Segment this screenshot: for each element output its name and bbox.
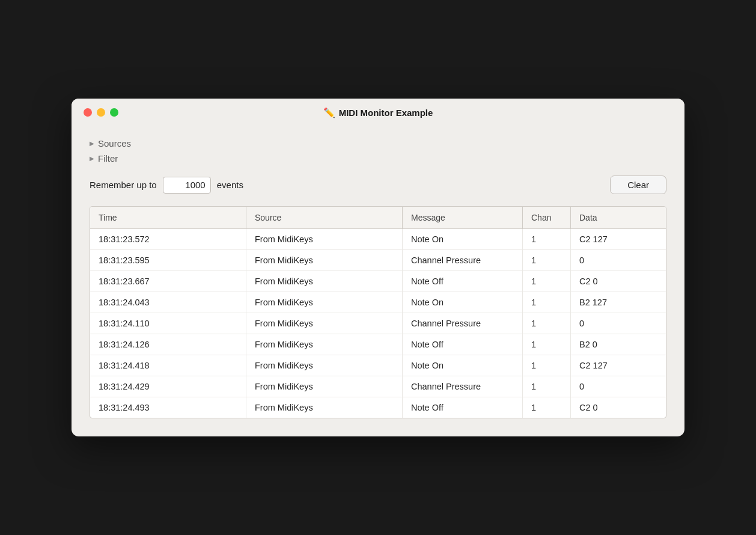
cell-message: Channel Pressure	[403, 376, 523, 397]
cell-message: Note On	[403, 292, 523, 313]
filter-label: Filter	[98, 153, 118, 164]
header-source: Source	[246, 207, 403, 228]
cell-time: 18:31:23.667	[90, 271, 246, 292]
traffic-lights	[84, 108, 118, 117]
cell-data: 0	[571, 313, 666, 334]
controls-row: Remember up to events Clear	[90, 176, 666, 194]
cell-data: 0	[571, 250, 666, 271]
header-message: Message	[403, 207, 523, 228]
table-body: 18:31:23.572From MidiKeysNote On1C2 1271…	[90, 229, 666, 418]
cell-source: From MidiKeys	[246, 271, 403, 292]
cell-source: From MidiKeys	[246, 376, 403, 397]
cell-chan: 1	[523, 355, 571, 376]
titlebar: ✏️ MIDI Monitor Example	[72, 99, 684, 124]
cell-source: From MidiKeys	[246, 292, 403, 313]
title-area: ✏️ MIDI Monitor Example	[323, 107, 433, 118]
cell-chan: 1	[523, 271, 571, 292]
events-table: Time Source Message Chan Data 18:31:23.5…	[90, 206, 666, 418]
cell-chan: 1	[523, 229, 571, 249]
sources-label: Sources	[98, 138, 131, 148]
cell-chan: 1	[523, 334, 571, 355]
table-row: 18:31:24.126From MidiKeysNote Off1B2 0	[90, 334, 666, 355]
title-icon: ✏️	[323, 107, 335, 118]
cell-time: 18:31:23.572	[90, 229, 246, 249]
table-row: 18:31:23.572From MidiKeysNote On1C2 127	[90, 229, 666, 250]
cell-time: 18:31:24.418	[90, 355, 246, 376]
app-window: ✏️ MIDI Monitor Example ▶ Sources ▶ Filt…	[72, 99, 684, 436]
cell-data: C2 0	[571, 271, 666, 292]
cell-message: Note On	[403, 355, 523, 376]
cell-chan: 1	[523, 250, 571, 271]
table-header: Time Source Message Chan Data	[90, 207, 666, 229]
cell-source: From MidiKeys	[246, 250, 403, 271]
cell-time: 18:31:24.493	[90, 397, 246, 418]
maximize-button[interactable]	[110, 108, 118, 117]
cell-source: From MidiKeys	[246, 334, 403, 355]
window-title: MIDI Monitor Example	[339, 108, 433, 118]
cell-chan: 1	[523, 397, 571, 418]
cell-message: Note Off	[403, 271, 523, 292]
cell-time: 18:31:24.429	[90, 376, 246, 397]
cell-data: B2 127	[571, 292, 666, 313]
cell-source: From MidiKeys	[246, 355, 403, 376]
events-suffix: events	[217, 180, 243, 190]
cell-data: C2 127	[571, 229, 666, 249]
cell-chan: 1	[523, 376, 571, 397]
cell-message: Note On	[403, 229, 523, 249]
table-row: 18:31:23.667From MidiKeysNote Off1C2 0	[90, 271, 666, 292]
table-row: 18:31:24.418From MidiKeysNote On1C2 127	[90, 355, 666, 376]
cell-time: 18:31:23.595	[90, 250, 246, 271]
cell-time: 18:31:24.126	[90, 334, 246, 355]
cell-source: From MidiKeys	[246, 397, 403, 418]
cell-chan: 1	[523, 313, 571, 334]
cell-time: 18:31:24.110	[90, 313, 246, 334]
close-button[interactable]	[84, 108, 92, 117]
remember-label: Remember up to	[90, 180, 157, 190]
table-row: 18:31:24.493From MidiKeysNote Off1C2 0	[90, 397, 666, 418]
cell-chan: 1	[523, 292, 571, 313]
disclosure-section: ▶ Sources ▶ Filter	[90, 136, 666, 166]
header-time: Time	[90, 207, 246, 228]
table-row: 18:31:24.429From MidiKeysChannel Pressur…	[90, 376, 666, 397]
header-chan: Chan	[523, 207, 571, 228]
filter-arrow-icon: ▶	[90, 155, 94, 162]
header-data: Data	[571, 207, 666, 228]
cell-source: From MidiKeys	[246, 313, 403, 334]
sources-arrow-icon: ▶	[90, 140, 94, 147]
cell-message: Note Off	[403, 334, 523, 355]
cell-message: Channel Pressure	[403, 313, 523, 334]
cell-data: C2 127	[571, 355, 666, 376]
cell-time: 18:31:24.043	[90, 292, 246, 313]
table-row: 18:31:23.595From MidiKeysChannel Pressur…	[90, 250, 666, 271]
cell-source: From MidiKeys	[246, 229, 403, 249]
cell-data: 0	[571, 376, 666, 397]
sources-disclosure[interactable]: ▶ Sources	[90, 136, 666, 151]
cell-message: Channel Pressure	[403, 250, 523, 271]
cell-message: Note Off	[403, 397, 523, 418]
main-content: ▶ Sources ▶ Filter Remember up to events…	[72, 124, 684, 436]
clear-button[interactable]: Clear	[610, 176, 666, 194]
filter-disclosure[interactable]: ▶ Filter	[90, 151, 666, 166]
cell-data: C2 0	[571, 397, 666, 418]
table-row: 18:31:24.043From MidiKeysNote On1B2 127	[90, 292, 666, 313]
cell-data: B2 0	[571, 334, 666, 355]
minimize-button[interactable]	[97, 108, 105, 117]
table-row: 18:31:24.110From MidiKeysChannel Pressur…	[90, 313, 666, 334]
events-input[interactable]	[163, 177, 211, 194]
